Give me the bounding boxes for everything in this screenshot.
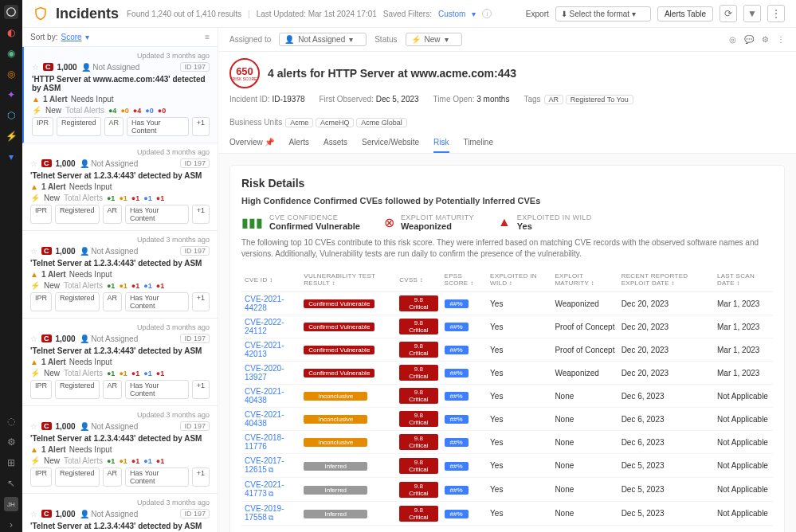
- nav-icon[interactable]: ◐: [4, 25, 18, 40]
- tag-chip[interactable]: IPR: [30, 292, 52, 311]
- tag-chip[interactable]: +1: [192, 205, 210, 224]
- star-icon[interactable]: ☆: [30, 247, 37, 256]
- star-icon[interactable]: ☆: [32, 63, 39, 72]
- tag-chip[interactable]: IPR: [32, 117, 53, 136]
- star-icon[interactable]: ☆: [30, 159, 37, 168]
- business-unit-tag[interactable]: AcmeHQ: [316, 118, 355, 127]
- incident-tag[interactable]: AR: [544, 95, 564, 104]
- tab-assets[interactable]: Assets: [323, 133, 347, 153]
- tag-chip[interactable]: Has Your Content: [125, 380, 189, 399]
- tag-chip[interactable]: Has Your Content: [125, 292, 189, 311]
- tag-chip[interactable]: Has Your Content: [125, 467, 189, 487]
- settings-icon[interactable]: ⚙: [4, 435, 18, 449]
- cve-col-header[interactable]: EPSS Score ↕: [441, 268, 488, 292]
- business-unit-tag[interactable]: Acme: [285, 118, 313, 127]
- tag-chip[interactable]: IPR: [30, 205, 52, 224]
- star-icon[interactable]: ☆: [30, 422, 37, 431]
- sort-right-icon[interactable]: ≡: [205, 33, 210, 41]
- nav-icon[interactable]: ◎: [4, 67, 18, 81]
- pointer-icon[interactable]: ↖: [4, 476, 18, 491]
- cve-col-header[interactable]: Vulnerability Test Result ↕: [300, 268, 396, 292]
- cvss-pill: 9.8 Critical: [399, 458, 437, 474]
- tag-chip[interactable]: Registered: [55, 380, 100, 399]
- incident-tag[interactable]: Registered To You: [566, 95, 633, 104]
- tag-chip[interactable]: AR: [103, 380, 123, 399]
- expand-icon[interactable]: ›: [4, 518, 18, 532]
- incident-card[interactable]: Updated 3 months ago ☆ C 1,000 👤 Not Ass…: [22, 319, 218, 406]
- cve-col-header[interactable]: CVE ID ↕: [241, 268, 300, 292]
- export-link[interactable]: Export: [526, 10, 549, 18]
- saved-filters-link[interactable]: Custom: [438, 10, 465, 18]
- tag-chip[interactable]: Registered: [55, 467, 100, 487]
- tag-chip[interactable]: Registered: [55, 205, 100, 224]
- nav-icon[interactable]: ⚡: [4, 129, 18, 143]
- alerts-table-button[interactable]: Alerts Table: [657, 6, 713, 22]
- cve-link[interactable]: CVE-2021-40438: [245, 410, 284, 428]
- tab-overview[interactable]: Overview 📌: [229, 133, 274, 153]
- tag-chip[interactable]: AR: [103, 467, 123, 487]
- cve-link[interactable]: CVE-2022-24112: [245, 318, 284, 335]
- incident-card[interactable]: Updated 3 months ago ☆ C 1,000 👤 Not Ass…: [22, 494, 218, 532]
- cve-link[interactable]: CVE-2020-13927: [245, 364, 284, 381]
- tag-chip[interactable]: AR: [103, 292, 123, 311]
- cve-link[interactable]: CVE-2018-11776: [245, 433, 284, 451]
- nav-icon[interactable]: ✦: [4, 88, 18, 102]
- cve-col-header[interactable]: Recent Reported Exploit Date ↕: [618, 268, 714, 292]
- assigned-select[interactable]: 👤Not Assigned ▾: [279, 33, 367, 46]
- cve-link[interactable]: CVE-2021-42013: [245, 341, 284, 358]
- tag-chip[interactable]: IPR: [30, 380, 52, 399]
- apps-icon[interactable]: ⊞: [4, 456, 18, 470]
- tab-alerts[interactable]: Alerts: [288, 133, 309, 153]
- nav-primary-icon[interactable]: [4, 5, 18, 19]
- star-icon[interactable]: ☆: [30, 510, 37, 518]
- tag-chip[interactable]: Has Your Content: [125, 205, 189, 224]
- tab-timeline[interactable]: Timeline: [464, 133, 493, 153]
- more-icon[interactable]: ⋮: [767, 5, 785, 22]
- help-icon[interactable]: ◌: [4, 414, 18, 428]
- nav-icon[interactable]: ▾: [4, 150, 18, 164]
- tab-risk[interactable]: Risk: [433, 133, 449, 153]
- external-link-icon[interactable]: ⧉: [269, 466, 273, 474]
- incident-card[interactable]: Updated 3 months ago ☆ C 1,000 👤 Not Ass…: [22, 47, 218, 143]
- cve-link[interactable]: CVE-2021-44228: [245, 295, 284, 312]
- cve-col-header[interactable]: Exploit Maturity ↕: [551, 268, 618, 292]
- cve-link[interactable]: CVE-2021-40438: [245, 387, 284, 405]
- cve-col-header[interactable]: Last Scan Date ↕: [714, 268, 773, 292]
- cve-col-header[interactable]: CVSS ↕: [396, 268, 441, 292]
- tag-chip[interactable]: Has Your Content: [127, 117, 189, 136]
- external-link-icon[interactable]: ⧉: [269, 490, 273, 498]
- tag-chip[interactable]: IPR: [30, 467, 52, 487]
- incident-card[interactable]: Updated 3 months ago ☆ C 1,000 👤 Not Ass…: [22, 143, 218, 231]
- external-link-icon[interactable]: ⧉: [269, 514, 273, 522]
- tag-chip[interactable]: AR: [104, 117, 124, 136]
- incident-card[interactable]: Updated 3 months ago ☆ C 1,000 👤 Not Ass…: [22, 231, 218, 319]
- sort-field[interactable]: Score: [61, 33, 81, 41]
- status-select[interactable]: ⚡New ▾: [406, 33, 462, 46]
- cve-col-header[interactable]: Exploited in Wild ↕: [487, 268, 551, 292]
- user-avatar[interactable]: JH: [4, 497, 18, 511]
- format-select[interactable]: ⬇ Select the format ▾: [555, 6, 651, 22]
- cve-link[interactable]: CVE-2021-41773: [245, 480, 284, 498]
- tag-chip[interactable]: Registered: [55, 292, 100, 311]
- target-icon[interactable]: ◎: [729, 35, 736, 44]
- cve-link[interactable]: CVE-2019-17558: [245, 504, 284, 522]
- tag-chip[interactable]: +1: [192, 467, 210, 487]
- comment-icon[interactable]: 💬: [744, 35, 754, 44]
- business-unit-tag[interactable]: Acme Global: [356, 118, 407, 127]
- filter-icon[interactable]: ▼: [743, 5, 761, 22]
- menu-icon[interactable]: ⋮: [777, 35, 785, 44]
- info-icon[interactable]: i: [482, 9, 492, 18]
- tag-chip[interactable]: AR: [103, 205, 123, 224]
- tag-chip[interactable]: +1: [192, 117, 210, 136]
- action-icon[interactable]: ⚙: [762, 35, 769, 44]
- refresh-icon[interactable]: ⟳: [720, 5, 737, 22]
- tag-chip[interactable]: +1: [192, 380, 210, 399]
- star-icon[interactable]: ☆: [30, 334, 37, 343]
- tab-servicewebsite[interactable]: Service/Website: [362, 133, 419, 153]
- tag-chip[interactable]: +1: [192, 292, 210, 311]
- cve-link[interactable]: CVE-2017-12615: [245, 456, 284, 474]
- nav-icon[interactable]: ⬡: [4, 108, 18, 123]
- tag-chip[interactable]: Registered: [57, 117, 101, 136]
- incident-card[interactable]: Updated 3 months ago ☆ C 1,000 👤 Not Ass…: [22, 406, 218, 494]
- nav-icon[interactable]: ◉: [4, 46, 18, 61]
